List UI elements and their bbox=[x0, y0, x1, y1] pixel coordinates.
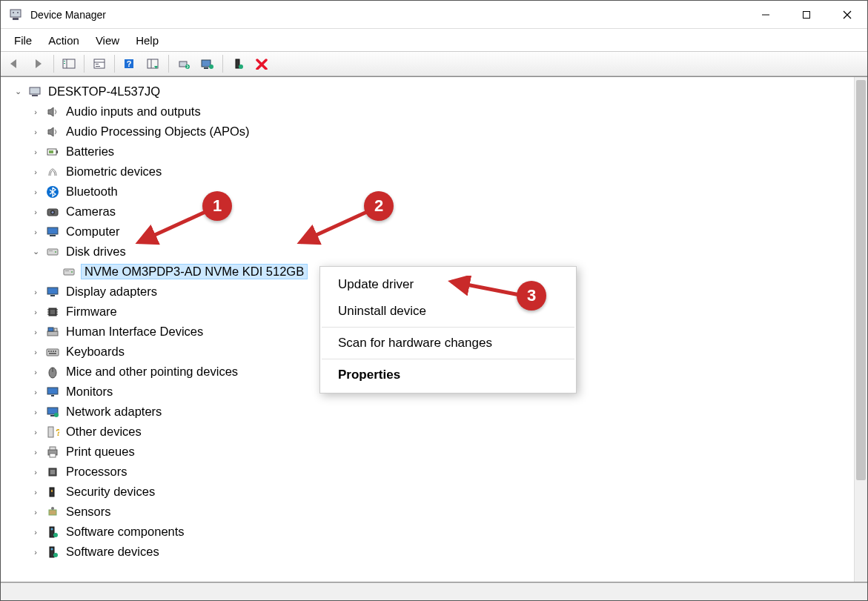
tree-category-label: Monitors bbox=[64, 385, 114, 399]
tree-category[interactable]: ›Processors bbox=[4, 462, 864, 482]
chevron-icon[interactable]: › bbox=[30, 107, 41, 117]
enable-device-button[interactable] bbox=[227, 53, 249, 74]
tree-category-label: Software devices bbox=[64, 545, 161, 559]
ctx-scan-hardware[interactable]: Scan for hardware changes bbox=[320, 330, 576, 356]
tree-category[interactable]: ›Biometric devices bbox=[4, 162, 864, 182]
ctx-properties[interactable]: Properties bbox=[320, 362, 576, 388]
tree-category[interactable]: ›Audio inputs and outputs bbox=[4, 102, 864, 122]
software-icon bbox=[45, 525, 60, 539]
svg-rect-58 bbox=[47, 349, 59, 356]
svg-rect-5 bbox=[803, 11, 809, 18]
svg-rect-24 bbox=[204, 67, 208, 69]
svg-rect-61 bbox=[53, 351, 54, 352]
tree-category[interactable]: ›Software components bbox=[4, 522, 864, 542]
tree-category[interactable]: ⌄Disk drives bbox=[4, 242, 864, 262]
menu-action[interactable]: Action bbox=[41, 32, 87, 49]
chevron-icon[interactable]: ⌄ bbox=[30, 247, 41, 257]
tree-category[interactable]: ›?Other devices bbox=[4, 422, 864, 442]
vertical-scrollbar[interactable] bbox=[854, 77, 867, 582]
scroll-thumb[interactable] bbox=[856, 80, 866, 480]
chevron-icon[interactable]: › bbox=[30, 127, 41, 137]
chevron-icon[interactable]: › bbox=[30, 507, 41, 517]
chevron-icon[interactable]: › bbox=[30, 147, 41, 157]
printer-icon bbox=[45, 445, 60, 459]
menu-file[interactable]: File bbox=[7, 32, 39, 49]
chevron-icon[interactable]: › bbox=[30, 407, 41, 417]
svg-rect-48 bbox=[50, 310, 55, 314]
svg-rect-67 bbox=[51, 395, 54, 396]
svg-point-36 bbox=[52, 211, 54, 213]
back-button[interactable] bbox=[4, 53, 26, 74]
close-button[interactable] bbox=[826, 1, 867, 29]
svg-rect-63 bbox=[49, 353, 56, 354]
toolbar: ? bbox=[1, 51, 867, 76]
chevron-icon[interactable]: › bbox=[30, 207, 41, 217]
tree-category[interactable]: ›Computer bbox=[4, 222, 864, 242]
tree-category[interactable]: ›Cameras bbox=[4, 202, 864, 222]
chevron-icon[interactable]: › bbox=[30, 347, 41, 357]
chevron-icon[interactable]: › bbox=[30, 227, 41, 237]
callout-3: 3 bbox=[517, 281, 546, 311]
tree-category[interactable]: ›Sensors bbox=[4, 502, 864, 522]
svg-rect-14 bbox=[96, 64, 99, 64]
chevron-icon[interactable]: › bbox=[30, 167, 41, 177]
menu-view[interactable]: View bbox=[88, 32, 127, 49]
tree-root-label: DESKTOP-4L537JQ bbox=[47, 84, 162, 99]
chevron-icon[interactable]: › bbox=[30, 187, 41, 197]
tree-category-label: Other devices bbox=[64, 425, 143, 439]
tree-category-label: Audio Processing Objects (APOs) bbox=[64, 124, 251, 139]
chevron-icon[interactable]: › bbox=[30, 467, 41, 477]
tree-category-label: Firmware bbox=[64, 305, 119, 319]
chevron-icon[interactable]: › bbox=[30, 527, 41, 537]
menu-help[interactable]: Help bbox=[128, 32, 166, 49]
chevron-icon[interactable]: › bbox=[30, 327, 41, 337]
ctx-separator bbox=[322, 359, 574, 359]
tree-category[interactable]: ›Software devices bbox=[4, 542, 864, 562]
help-button[interactable]: ? bbox=[119, 53, 141, 74]
window-title: Device Manager bbox=[30, 9, 106, 21]
tree-category[interactable]: ›Audio Processing Objects (APOs) bbox=[4, 122, 864, 142]
device-tree-panel: ⌄ DESKTOP-4L537JQ ›Audio inputs and outp… bbox=[1, 76, 867, 582]
app-icon bbox=[8, 7, 23, 22]
uninstall-device-button[interactable] bbox=[196, 53, 219, 74]
update-driver-button[interactable] bbox=[173, 53, 195, 74]
svg-rect-80 bbox=[49, 510, 56, 515]
tree-category[interactable]: ›Batteries bbox=[4, 142, 864, 162]
svg-point-22 bbox=[185, 64, 190, 69]
chevron-icon[interactable]: › bbox=[30, 547, 41, 557]
show-hide-console-tree-button[interactable] bbox=[58, 53, 80, 74]
chevron-down-icon[interactable]: ⌄ bbox=[13, 87, 23, 97]
tree-category[interactable]: ›Security devices bbox=[4, 482, 864, 502]
maximize-button[interactable] bbox=[786, 1, 826, 29]
monitor-icon bbox=[45, 385, 60, 399]
svg-rect-10 bbox=[64, 61, 65, 62]
chevron-icon[interactable]: › bbox=[30, 447, 41, 457]
tree-category-label: Biometric devices bbox=[64, 165, 163, 179]
svg-rect-79 bbox=[51, 490, 53, 492]
minimize-button[interactable] bbox=[745, 1, 786, 29]
scan-hardware-button[interactable] bbox=[142, 53, 165, 74]
chevron-icon[interactable]: › bbox=[30, 387, 41, 397]
tree-category-label: Batteries bbox=[64, 145, 116, 159]
tree-category-label: Print queues bbox=[64, 445, 136, 459]
properties-button[interactable] bbox=[88, 53, 110, 74]
svg-text:?: ? bbox=[56, 428, 59, 438]
chevron-icon[interactable]: › bbox=[30, 367, 41, 377]
chevron-icon[interactable]: › bbox=[30, 287, 41, 297]
tree-category[interactable]: ›Bluetooth bbox=[4, 182, 864, 202]
svg-point-27 bbox=[239, 64, 243, 69]
chevron-icon[interactable]: › bbox=[30, 487, 41, 497]
svg-rect-62 bbox=[55, 351, 56, 352]
tree-category[interactable]: ›Print queues bbox=[4, 442, 864, 462]
forward-button[interactable] bbox=[27, 53, 50, 74]
svg-rect-55 bbox=[47, 331, 58, 336]
svg-rect-29 bbox=[32, 95, 38, 96]
chevron-icon[interactable]: › bbox=[30, 307, 41, 317]
disk-icon bbox=[45, 245, 60, 259]
chevron-icon[interactable]: › bbox=[30, 427, 41, 437]
disable-device-button[interactable] bbox=[251, 53, 273, 74]
svg-rect-77 bbox=[50, 470, 55, 474]
tree-root[interactable]: ⌄ DESKTOP-4L537JQ bbox=[4, 82, 864, 102]
tree-category[interactable]: ›Network adapters bbox=[4, 402, 864, 422]
svg-rect-44 bbox=[65, 270, 69, 271]
